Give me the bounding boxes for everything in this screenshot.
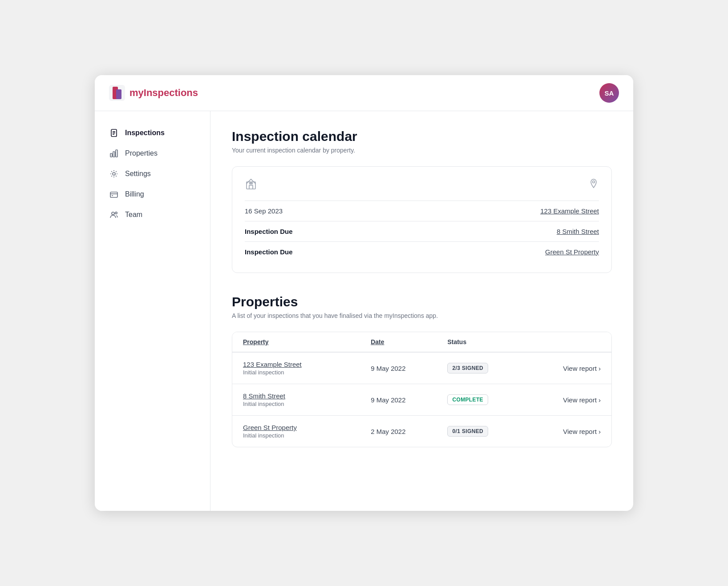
date-cell-0: 9 May 2022: [371, 365, 447, 372]
settings-icon: [109, 169, 119, 179]
svg-point-19: [593, 181, 595, 183]
svg-rect-2: [116, 89, 121, 99]
calendar-card-header: [245, 177, 599, 192]
date-cell-1: 9 May 2022: [371, 396, 447, 404]
sidebar-item-settings[interactable]: Settings: [102, 165, 203, 183]
logo: myInspections: [109, 85, 198, 101]
property-sub-1: Initial inspection: [243, 401, 371, 407]
svg-point-15: [115, 212, 117, 214]
status-badge-1: COMPLETE: [447, 394, 488, 405]
calendar-subtitle: Your current inspection calendar by prop…: [232, 147, 612, 154]
property-name-0[interactable]: 123 Example Street: [243, 361, 371, 368]
properties-subtitle: A list of your inspections that you have…: [232, 312, 612, 319]
sidebar-item-inspections[interactable]: Inspections: [102, 124, 203, 142]
svg-point-14: [112, 212, 114, 215]
file-icon: [109, 128, 119, 138]
svg-rect-8: [113, 152, 115, 157]
sidebar-item-properties[interactable]: Properties: [102, 144, 203, 163]
main-layout: Inspections Properties: [95, 111, 633, 511]
svg-rect-18: [251, 183, 252, 184]
billing-icon: [109, 189, 119, 199]
calendar-date-value: 16 Sep 2023: [245, 207, 283, 215]
properties-table: Property Date Status 123 Example Street …: [232, 332, 612, 447]
calendar-due-link-2[interactable]: Green St Property: [545, 248, 599, 256]
th-date: Date: [371, 338, 447, 345]
status-cell-0: 2/3 SIGNED: [447, 363, 524, 373]
table-row: Green St Property Initial inspection 2 M…: [232, 415, 611, 447]
svg-rect-9: [116, 150, 117, 157]
svg-rect-11: [110, 192, 117, 197]
sidebar-item-label-team: Team: [125, 211, 142, 219]
calendar-date-link[interactable]: 123 Example Street: [540, 207, 599, 215]
status-cell-2: 0/1 SIGNED: [447, 426, 524, 437]
user-avatar[interactable]: SA: [599, 83, 619, 103]
sidebar-item-label-settings: Settings: [125, 170, 151, 178]
table-header: Property Date Status: [232, 332, 611, 352]
sidebar-item-billing[interactable]: Billing: [102, 185, 203, 204]
properties-title: Properties: [232, 294, 612, 309]
sidebar-item-label-properties: Properties: [125, 149, 158, 157]
building-icon: [245, 177, 257, 192]
status-badge-0: 2/3 SIGNED: [447, 363, 488, 373]
property-sub-2: Initial inspection: [243, 432, 371, 439]
chart-icon: [109, 149, 119, 158]
view-report-2[interactable]: View report ›: [524, 428, 601, 435]
calendar-due-row-1: Inspection Due 8 Smith Street: [245, 221, 599, 241]
property-cell-2: Green St Property Initial inspection: [243, 424, 371, 439]
calendar-title: Inspection calendar: [232, 129, 612, 144]
sidebar-item-team[interactable]: Team: [102, 205, 203, 224]
property-name-2[interactable]: Green St Property: [243, 424, 371, 431]
th-property: Property: [243, 338, 371, 345]
property-cell-0: 123 Example Street Initial inspection: [243, 361, 371, 376]
date-cell-2: 2 May 2022: [371, 428, 447, 435]
calendar-due-row-2: Inspection Due Green St Property: [245, 241, 599, 262]
sidebar: Inspections Properties: [95, 111, 210, 511]
property-sub-0: Initial inspection: [243, 369, 371, 376]
svg-point-10: [113, 173, 115, 175]
view-report-1[interactable]: View report ›: [524, 396, 601, 404]
view-report-0[interactable]: View report ›: [524, 365, 601, 372]
sidebar-item-label-billing: Billing: [125, 190, 144, 198]
table-row: 8 Smith Street Initial inspection 9 May …: [232, 384, 611, 415]
header: myInspections SA: [95, 75, 633, 111]
svg-rect-7: [110, 153, 112, 157]
calendar-due-link-1[interactable]: 8 Smith Street: [557, 228, 599, 235]
calendar-date-row: 16 Sep 2023 123 Example Street: [245, 201, 599, 221]
logo-icon: [109, 85, 125, 101]
table-row: 123 Example Street Initial inspection 9 …: [232, 352, 611, 384]
property-cell-1: 8 Smith Street Initial inspection: [243, 392, 371, 407]
logo-text: myInspections: [129, 87, 198, 99]
th-status: Status: [447, 338, 524, 345]
status-cell-1: COMPLETE: [447, 394, 524, 405]
calendar-due-label-1: Inspection Due: [245, 228, 293, 235]
app-window: myInspections SA Inspections: [95, 75, 633, 511]
calendar-due-label-2: Inspection Due: [245, 248, 293, 256]
th-action: [524, 338, 601, 345]
main-content: Inspection calendar Your current inspect…: [210, 111, 633, 511]
team-icon: [109, 210, 119, 220]
property-name-1[interactable]: 8 Smith Street: [243, 392, 371, 400]
status-badge-2: 0/1 SIGNED: [447, 426, 488, 437]
pin-icon: [588, 178, 599, 191]
calendar-card: 16 Sep 2023 123 Example Street Inspectio…: [232, 166, 612, 273]
sidebar-item-label-inspections: Inspections: [125, 129, 165, 137]
